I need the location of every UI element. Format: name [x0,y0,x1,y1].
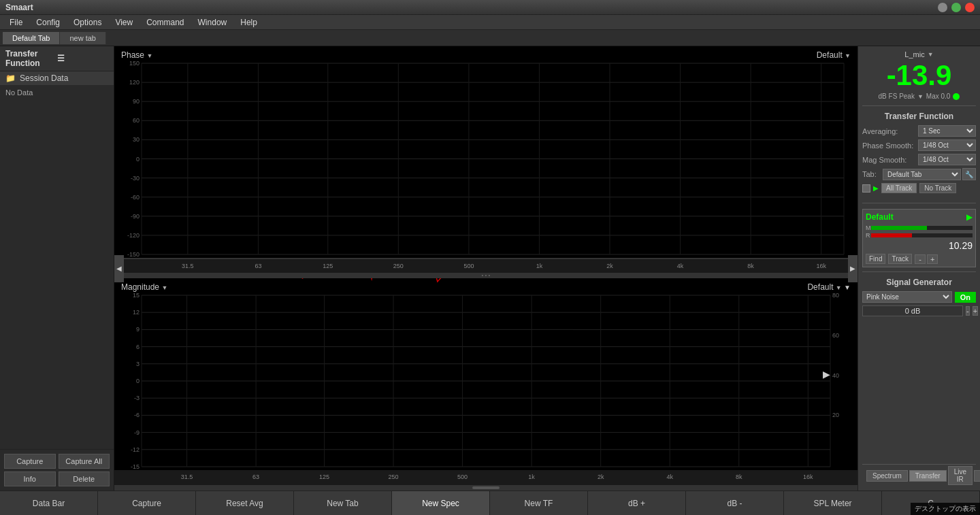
toolbar-db-minus[interactable]: dB - [686,491,784,515]
toolbar-capture[interactable]: Capture [98,491,196,515]
magnitude-freq-axis [114,470,858,485]
tf-title: Transfer Function [862,112,976,121]
phase-dropdown-arrow[interactable]: ▼ [146,52,152,59]
delete-button[interactable]: Delete [59,471,110,486]
magnitude-default-dropdown[interactable]: ▼ [836,284,842,291]
level-green-dot [953,93,960,100]
sidebar-bottom: Capture Capture All Info Delete [0,449,114,491]
sg-type-select[interactable]: Pink Noise [862,291,952,303]
toolbar-reset-avg[interactable]: Reset Avg [196,491,294,515]
tab-new[interactable]: new tab [60,32,106,44]
toolbar-db-plus[interactable]: dB + [588,491,686,515]
freq-axis-canvas2 [114,470,858,485]
device-dropdown-arrow[interactable]: ▼ [928,51,934,58]
all-track-button[interactable]: All Track [881,183,917,193]
magnitude-default-label: Default ▼ ▼ [807,282,851,292]
sidebar-spacer [0,99,114,449]
tf-mag-smooth-select[interactable]: 1/48 Oct [918,154,976,165]
device-name: L_mic [904,50,924,59]
right-panel-tabs: Spectrum Transfer Live IR Impulse [862,464,976,486]
maximize-button[interactable] [951,3,961,12]
find-button[interactable]: Find [866,254,885,264]
sg-on-button[interactable]: On [955,292,976,303]
tab-default[interactable]: Default Tab [3,32,60,44]
menu-file[interactable]: File [3,16,29,29]
phase-default-dropdown[interactable]: ▼ [845,52,851,59]
info-button[interactable]: Info [4,471,56,486]
toolbar-data-bar[interactable]: Data Bar [0,491,98,515]
level-sub-text: dB FS Peak [879,93,915,100]
desktop-text[interactable]: デスクトップの表示 [911,503,980,515]
plus-button[interactable]: + [927,254,938,264]
title-bar: Smaart [0,0,980,15]
menu-config[interactable]: Config [29,16,67,29]
default-box-header: Default ▶ [866,212,973,222]
main-area: Transfer Function ☰ 📁 Session Data No Da… [0,46,980,491]
toolbar-spl-meter[interactable]: SPL Meter [784,491,882,515]
phase-freq-axis [114,259,858,273]
magnitude-canvas [114,278,858,470]
menu-options[interactable]: Options [67,16,108,29]
no-track-button[interactable]: No Track [919,183,956,193]
minus-button[interactable]: - [915,254,926,264]
tab-bar: Default Tab new tab [0,30,980,46]
magnitude-extra-arrow[interactable]: ▼ [844,284,851,291]
toolbar-new-tf[interactable]: New TF [490,491,588,515]
capture-button[interactable]: Capture [4,454,56,469]
tf-averaging-select[interactable]: 1 Sec [918,125,976,137]
chart-divider[interactable]: • • • [114,273,858,278]
phase-label: Phase ▼ [121,50,152,60]
toolbar-new-tab[interactable]: New Tab [294,491,392,515]
toolbar-new-spec[interactable]: New Spec [392,491,490,515]
sg-minus-button[interactable]: - [966,306,970,316]
freq-axis-canvas [114,259,858,273]
tf-phase-smooth-select[interactable]: 1/48 Oct [918,139,976,151]
default-expand-arrow[interactable]: ▶ [966,212,973,222]
meter-m-label: M [866,225,871,231]
tab-transfer[interactable]: Transfer [909,470,947,482]
menu-window[interactable]: Window [191,16,234,29]
window-controls [938,3,975,12]
magnitude-label: Magnitude ▼ [121,282,167,292]
tf-tab-select[interactable]: Default Tab [883,169,961,180]
close-button[interactable] [965,3,975,12]
sidebar-session-data[interactable]: 📁 Session Data [0,71,114,86]
menu-command[interactable]: Command [140,16,191,29]
bottom-drag-handle[interactable] [114,485,858,491]
magnitude-play-icon[interactable]: ▶ [823,369,830,380]
tab-spectrum[interactable]: Spectrum [866,470,908,482]
minimize-button[interactable] [938,3,947,12]
track-checkbox[interactable] [862,184,870,193]
tab-impulse[interactable]: Impulse [974,470,980,482]
signal-generator-section: Signal Generator Pink Noise On - + [862,271,976,319]
magnitude-dropdown-arrow[interactable]: ▼ [161,284,167,291]
tf-phase-smooth-label: Phase Smooth: [862,142,918,150]
track-button[interactable]: Track [888,254,912,264]
meter-r-fill [871,233,912,237]
sidebar-btn-row-2: Info Delete [4,471,110,486]
sg-db-row: - + [862,305,976,316]
sg-plus-button[interactable]: + [973,306,978,316]
menu-view[interactable]: View [108,16,140,29]
meter-m-bg [871,226,973,230]
sg-type-row: Pink Noise On [862,291,976,303]
phase-chart: Phase ▼ Default ▼ [114,46,858,259]
wrench-button[interactable]: 🔧 [962,168,976,180]
collapse-left-arrow[interactable]: ◀ [114,255,124,282]
track-play-icon[interactable]: ▶ [873,184,879,192]
tab-live-ir[interactable]: Live IR [948,466,973,485]
meter-bar-m: M [866,225,973,231]
capture-all-button[interactable]: Capture All [59,454,110,469]
drag-indicator [472,486,500,489]
tf-mag-smooth-label: Mag Smooth: [862,156,918,164]
level-sub: dB FS Peak ▼ Max 0.0 [862,93,976,100]
sidebar-menu-icon[interactable]: ☰ [57,54,109,63]
magnitude-chart: Magnitude ▼ Default ▼ ▼ ▶ [114,278,858,470]
menu-help[interactable]: Help [233,16,264,29]
collapse-right-arrow[interactable]: ▶ [848,255,858,282]
bottom-toolbar: Data Bar Capture Reset Avg New Tab New S… [0,491,980,515]
sg-db-input[interactable] [862,305,963,316]
session-data-label: Session Data [20,73,68,83]
level-sub-dropdown[interactable]: ▼ [917,93,924,100]
level-value: -13.9 [862,61,976,90]
